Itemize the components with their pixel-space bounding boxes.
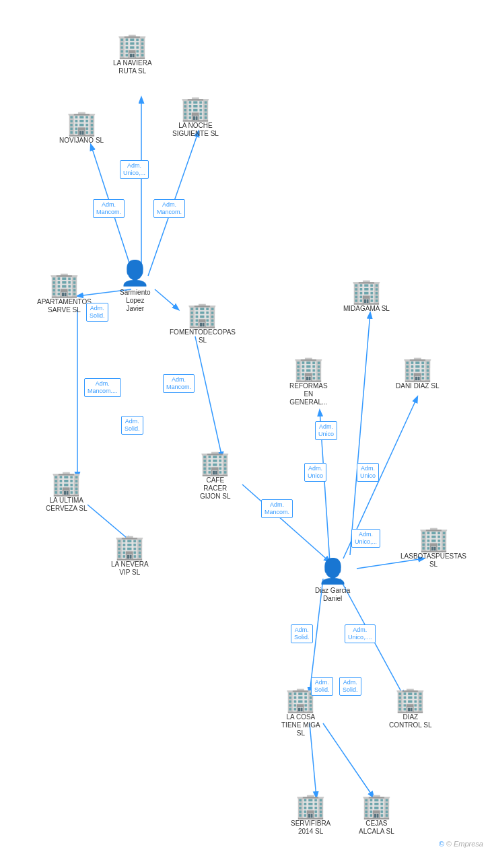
- diagram-container: 🏢 LA NAVIERA RUTA SL 🏢 LA NOCHE SIGUIENT…: [0, 0, 490, 855]
- copyright-symbol: ©: [439, 840, 444, 848]
- badge-adm-unico-1[interactable]: Adm.Unico,...: [120, 160, 149, 179]
- node-sarmiento: 👤 Sarmiento Lopez Javier: [120, 259, 151, 313]
- node-cejas-alcala: 🏢 CEJAS ALCALA SL: [359, 794, 394, 836]
- badge-adm-solid-5[interactable]: Adm.Solid.: [339, 677, 361, 696]
- building-icon-la-noche: 🏢: [180, 96, 211, 120]
- building-icon-diaz-control: 🏢: [395, 688, 425, 712]
- node-servifibra: 🏢 SERVIFIBRA 2014 SL: [291, 794, 330, 836]
- person-icon-diaz-garcia: 👤: [318, 557, 348, 585]
- label-cafe-racer: CAFE RACER GIJON SL: [200, 476, 231, 501]
- building-icon-servifibra: 🏢: [295, 794, 326, 818]
- svg-line-7: [195, 336, 222, 458]
- badge-adm-solid-4[interactable]: Adm.Solid.: [311, 677, 333, 696]
- badge-adm-mancom-1[interactable]: Adm.Mancom.: [93, 199, 125, 218]
- building-icon-cejas-alcala: 🏢: [361, 794, 392, 818]
- badge-adm-unico-5[interactable]: Adm.Unico,...: [351, 529, 380, 548]
- label-diaz-control: DIAZ CONTROL SL: [389, 713, 432, 729]
- label-midagama: MIDAGAMA SL: [343, 305, 390, 313]
- node-diaz-garcia: 👤 Diaz Garcia Daniel: [315, 557, 350, 603]
- label-servifibra: SERVIFIBRA 2014 SL: [291, 820, 330, 836]
- badge-adm-unico-4[interactable]: Adm.Unico: [357, 463, 379, 482]
- badge-adm-unico-6[interactable]: Adm.Unico,....: [345, 624, 376, 643]
- svg-line-15: [323, 723, 374, 797]
- building-icon-dani-diaz: 🏢: [403, 357, 433, 381]
- building-icon-la-nevera: 🏢: [114, 535, 145, 559]
- node-lasbotaspuestas: 🏢 LASBOTASPUESTAS SL: [400, 527, 466, 569]
- badge-adm-solid-2[interactable]: Adm.Solid.: [121, 416, 143, 435]
- node-dani-diaz: 🏢 DANI DIAZ SL: [396, 357, 439, 390]
- label-la-cosa: LA COSA TIENE MIGA SL: [281, 713, 320, 737]
- label-sarmiento: Sarmiento Lopez Javier: [120, 289, 151, 313]
- label-la-noche: LA NOCHE SIGUIENTE SL: [172, 122, 219, 138]
- label-cejas-alcala: CEJAS ALCALA SL: [359, 820, 394, 836]
- node-la-naviera: 🏢 LA NAVIERA RUTA SL: [113, 34, 152, 75]
- node-fomentodecopas: 🏢 FOMENTODECOPAS SL: [170, 303, 236, 345]
- badge-adm-solid-3[interactable]: Adm.Solid.: [291, 624, 313, 643]
- building-icon-novijano: 🏢: [67, 111, 97, 135]
- building-icon-apartamentos: 🏢: [49, 273, 79, 297]
- badge-adm-mancom-4[interactable]: Adm.Mancom.: [163, 374, 195, 393]
- label-la-naviera: LA NAVIERA RUTA SL: [113, 59, 152, 75]
- person-icon-sarmiento: 👤: [120, 259, 150, 287]
- building-icon-la-ultima: 🏢: [51, 471, 81, 495]
- svg-line-16: [242, 484, 330, 562]
- label-la-nevera: LA NEVERA VIP SL: [111, 560, 149, 577]
- building-icon-la-naviera: 🏢: [117, 34, 147, 58]
- label-diaz-garcia: Diaz Garcia Daniel: [315, 587, 350, 603]
- node-la-ultima: 🏢 LA ULTIMA CERVEZA SL: [46, 471, 88, 513]
- watermark: © © Empresa: [439, 840, 483, 848]
- badge-adm-unico-3[interactable]: Adm.Unico: [304, 463, 326, 482]
- node-reformas: 🏢 REFORMAS EN GENERAL...: [289, 357, 328, 406]
- label-apartamentos: APARTAMENTOS SARVE SL: [37, 298, 92, 314]
- label-novijano: NOVIJANO SL: [59, 137, 104, 145]
- svg-line-10: [350, 313, 370, 555]
- building-icon-lasbotaspuestas: 🏢: [419, 527, 449, 551]
- node-cafe-racer: 🏢 CAFE RACER GIJON SL: [200, 451, 231, 501]
- label-la-ultima: LA ULTIMA CERVEZA SL: [46, 497, 88, 513]
- node-midagama: 🏢 MIDAGAMA SL: [343, 279, 390, 313]
- node-apartamentos: 🏢 APARTAMENTOS SARVE SL: [37, 273, 92, 314]
- label-reformas: REFORMAS EN GENERAL...: [289, 382, 328, 406]
- node-diaz-control: 🏢 DIAZ CONTROL SL: [389, 688, 432, 729]
- building-icon-cafe-racer: 🏢: [200, 451, 230, 475]
- badge-adm-unico-2[interactable]: Adm.Unico: [315, 421, 337, 440]
- building-icon-fomentodecopas: 🏢: [187, 303, 217, 327]
- badge-adm-mancom-3[interactable]: Adm.Mancom....: [84, 378, 121, 397]
- node-la-noche: 🏢 LA NOCHE SIGUIENTE SL: [172, 96, 219, 138]
- label-fomentodecopas: FOMENTODECOPAS SL: [170, 328, 236, 345]
- label-lasbotaspuestas: LASBOTASPUESTAS SL: [400, 552, 466, 569]
- label-dani-diaz: DANI DIAZ SL: [396, 382, 439, 390]
- watermark-text: © Empresa: [446, 840, 483, 848]
- badge-adm-mancom-2[interactable]: Adm.Mancom.: [153, 199, 185, 218]
- badge-adm-mancom-5[interactable]: Adm.Mancom.: [261, 499, 293, 518]
- badge-adm-solid-1[interactable]: Adm.Solid.: [86, 303, 108, 322]
- building-icon-midagama: 🏢: [351, 279, 382, 303]
- building-icon-reformas: 🏢: [293, 357, 324, 381]
- node-la-nevera: 🏢 LA NEVERA VIP SL: [111, 535, 149, 577]
- node-novijano: 🏢 NOVIJANO SL: [59, 111, 104, 145]
